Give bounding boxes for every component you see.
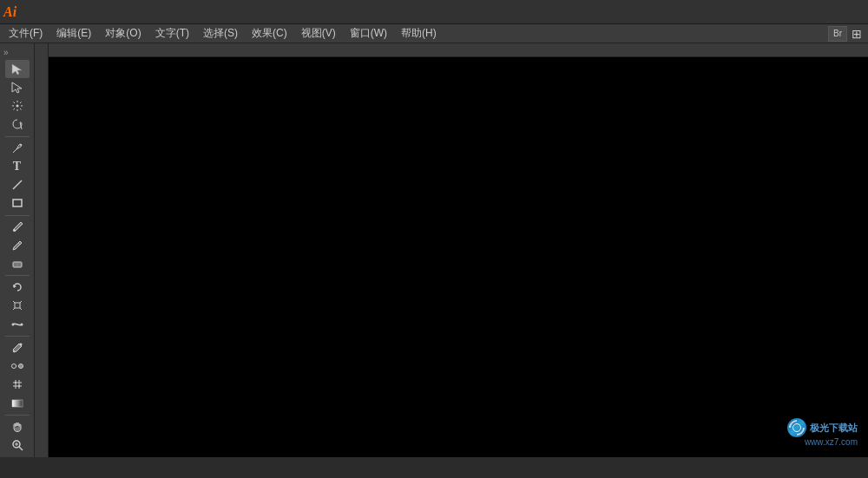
ruler-top [49, 43, 868, 57]
svg-line-22 [20, 301, 22, 303]
svg-line-40 [19, 447, 23, 450]
watermark: 极光下载站 www.xz7.com [787, 418, 858, 447]
toolbox: » [0, 43, 35, 457]
svg-line-7 [20, 108, 22, 110]
tool-sep-4 [5, 336, 30, 337]
black-canvas[interactable] [49, 57, 868, 457]
tool-sep-5 [5, 415, 30, 416]
menu-effect[interactable]: 效果(C) [245, 24, 294, 43]
svg-point-26 [20, 323, 23, 325]
tool-rotate[interactable] [5, 278, 30, 296]
tool-sep-1 [5, 136, 30, 137]
menu-text[interactable]: 文字(T) [148, 24, 196, 43]
tool-magic-wand[interactable] [5, 97, 30, 115]
svg-point-25 [11, 323, 14, 325]
tool-blend[interactable] [5, 357, 30, 375]
menu-file[interactable]: 文件(F) [2, 24, 49, 43]
tool-line[interactable] [5, 176, 30, 193]
svg-rect-20 [15, 303, 20, 308]
menu-object[interactable]: 对象(O) [98, 24, 148, 43]
workspace-button[interactable]: ⊞ [847, 26, 866, 42]
tool-pen[interactable] [5, 139, 30, 156]
tool-pencil[interactable] [5, 237, 30, 254]
svg-line-23 [13, 308, 15, 310]
tool-mesh[interactable] [5, 376, 30, 393]
svg-point-12 [20, 144, 22, 146]
svg-point-36 [15, 382, 16, 383]
menu-window[interactable]: 窗口(W) [343, 24, 394, 43]
menu-edit[interactable]: 编辑(E) [49, 24, 98, 43]
tool-type[interactable]: T [5, 158, 30, 175]
ai-logo: Ai [3, 5, 16, 19]
svg-point-37 [18, 385, 20, 387]
svg-line-9 [13, 108, 15, 110]
svg-point-10 [16, 105, 18, 108]
watermark-icon [787, 418, 806, 437]
svg-line-6 [13, 102, 15, 104]
tool-rect[interactable] [5, 194, 30, 212]
ruler-left [35, 43, 49, 457]
svg-line-13 [13, 180, 22, 189]
svg-point-15 [13, 229, 16, 232]
toolbox-header: » [0, 47, 34, 57]
tool-sep-2 [5, 215, 30, 216]
svg-point-30 [18, 363, 23, 368]
menu-bar: 文件(F) 编辑(E) 对象(O) 文字(T) 选择(S) 效果(C) 视图(V… [0, 24, 868, 43]
svg-marker-1 [12, 82, 22, 93]
tool-lasso[interactable] [5, 115, 30, 133]
tool-sep-3 [5, 275, 30, 276]
svg-line-24 [20, 308, 22, 310]
menu-help[interactable]: 帮助(H) [394, 24, 444, 43]
tool-eyedropper[interactable] [5, 339, 30, 357]
main-area: » [0, 43, 868, 457]
bridge-button[interactable]: Br [828, 26, 847, 42]
svg-line-21 [13, 301, 15, 303]
watermark-logo: 极光下载站 [787, 418, 858, 437]
svg-rect-38 [12, 400, 23, 407]
tool-scale[interactable] [5, 297, 30, 314]
tool-paintbrush[interactable] [5, 218, 30, 235]
tool-gradient[interactable] [5, 394, 30, 411]
menu-select[interactable]: 选择(S) [196, 24, 245, 43]
svg-rect-14 [13, 200, 22, 206]
tool-direct-select[interactable] [5, 79, 30, 96]
title-bar: Ai [0, 0, 868, 24]
svg-point-27 [19, 343, 22, 345]
canvas-area[interactable]: 极光下载站 www.xz7.com [35, 43, 868, 457]
tool-eraser[interactable] [5, 255, 30, 272]
tool-hand[interactable] [5, 417, 30, 435]
tool-zoom[interactable] [5, 436, 30, 454]
svg-line-8 [20, 102, 22, 104]
tool-select[interactable] [5, 60, 30, 77]
svg-marker-0 [12, 64, 22, 75]
svg-point-29 [11, 363, 16, 368]
toolbox-collapse[interactable]: » [3, 48, 9, 57]
menu-view[interactable]: 视图(V) [294, 24, 343, 43]
tool-warp[interactable] [5, 315, 30, 332]
